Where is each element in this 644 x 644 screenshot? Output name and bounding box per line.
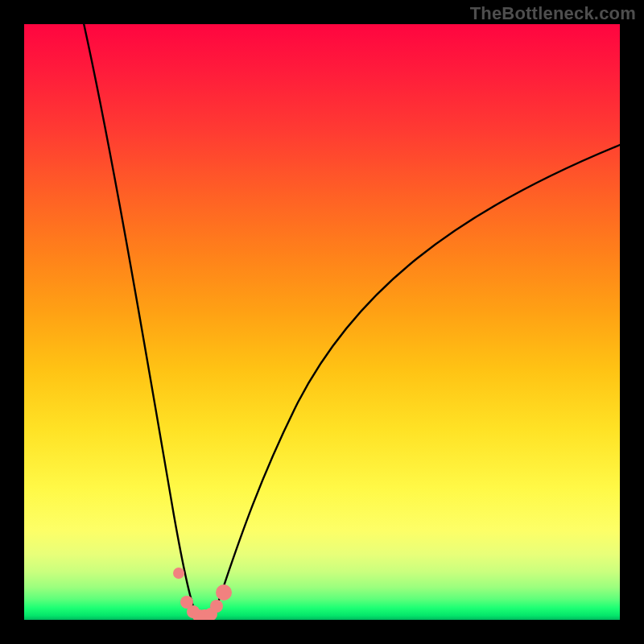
marker-dot [216,584,232,601]
plot-area [24,24,620,620]
watermark-text: TheBottleneck.com [470,3,636,24]
chart-frame: TheBottleneck.com [0,0,644,644]
bottleneck-curve [82,24,620,616]
curve-right-branch [214,143,620,613]
trough-markers [173,568,232,620]
chart-svg [24,24,620,620]
marker-dot [210,600,223,613]
marker-dot [173,568,184,579]
curve-left-branch [82,24,196,613]
